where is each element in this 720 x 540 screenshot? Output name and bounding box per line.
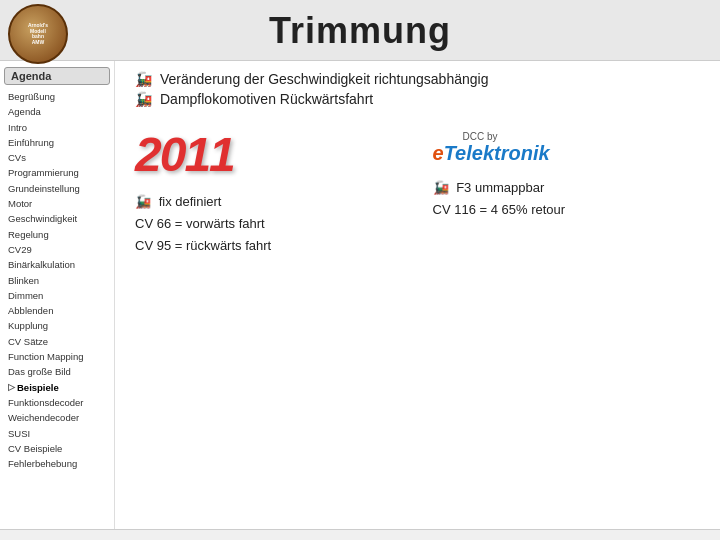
- sidebar-item-21[interactable]: Weichendecoder: [4, 410, 110, 425]
- sidebar-item-24[interactable]: Fehlerbehebung: [4, 456, 110, 471]
- sidebar-item-20[interactable]: Funktionsdecoder: [4, 395, 110, 410]
- content-area: Veränderung der Geschwindigkeit richtung…: [115, 61, 720, 529]
- logo-text: Arnold'sModellbahnAMW: [28, 23, 48, 45]
- sidebar-item-4[interactable]: CVs: [4, 150, 110, 165]
- sidebar-item-5[interactable]: Programmierung: [4, 165, 110, 180]
- brand-e: e: [433, 142, 444, 164]
- train-icon-1: [135, 71, 152, 87]
- sidebar-item-6[interactable]: Grundeinstellung: [4, 181, 110, 196]
- sidebar-item-label: Blinken: [8, 274, 39, 287]
- brand-label: eTelektronik: [433, 142, 550, 165]
- sidebar-item-11[interactable]: Binärkalkulation: [4, 257, 110, 272]
- right-line1: 🚂 F3 ummappbar: [433, 177, 566, 199]
- sidebar-item-15[interactable]: Kupplung: [4, 318, 110, 333]
- sidebar-item-label: Dimmen: [8, 289, 43, 302]
- left-line3: CV 95 = rückwärts fahrt: [135, 235, 271, 257]
- sidebar-item-2[interactable]: Intro: [4, 120, 110, 135]
- sidebar-item-22[interactable]: SUSI: [4, 426, 110, 441]
- sidebar-arrow-icon: ▷: [8, 381, 15, 394]
- sidebar-item-label: Funktionsdecoder: [8, 396, 84, 409]
- sidebar-item-7[interactable]: Motor: [4, 196, 110, 211]
- sidebar-item-3[interactable]: Einführung: [4, 135, 110, 150]
- right-card: DCC by eTelektronik 🚂 F3 ummappbar CV 11…: [433, 131, 701, 221]
- left-line2: CV 66 = vorwärts fahrt: [135, 213, 271, 235]
- sidebar-item-label: Binärkalkulation: [8, 258, 75, 271]
- brand-rest: Telektronik: [444, 142, 550, 164]
- sidebar-item-label: Programmierung: [8, 166, 79, 179]
- sidebar-item-18[interactable]: Das große Bild: [4, 364, 110, 379]
- left-line1: 🚂 fix definiert: [135, 191, 271, 213]
- sidebar-item-label: Motor: [8, 197, 32, 210]
- sidebar-item-label: CV Beispiele: [8, 442, 62, 455]
- right-line1-label: F3 ummappbar: [456, 180, 544, 195]
- main-area: Agenda BegrüßungAgendaIntroEinführungCVs…: [0, 61, 720, 529]
- sidebar-item-16[interactable]: CV Sätze: [4, 334, 110, 349]
- train-icon-2: [135, 91, 152, 107]
- sidebar-title: Agenda: [4, 67, 110, 85]
- sidebar-item-label: Grundeinstellung: [8, 182, 80, 195]
- sidebar-item-8[interactable]: Geschwindigkeit: [4, 211, 110, 226]
- sidebar-item-label: Regelung: [8, 228, 49, 241]
- dcc-logo: DCC by eTelektronik: [433, 131, 550, 165]
- sidebar-item-19[interactable]: ▷Beispiele: [4, 380, 110, 395]
- sidebar-item-label: Abblenden: [8, 304, 53, 317]
- sidebar-item-10[interactable]: CV29: [4, 242, 110, 257]
- sidebar-item-label: Einführung: [8, 136, 54, 149]
- sidebar-item-label: Das große Bild: [8, 365, 71, 378]
- sidebar-item-1[interactable]: Agenda: [4, 104, 110, 119]
- sidebar-item-23[interactable]: CV Beispiele: [4, 441, 110, 456]
- sidebar-item-12[interactable]: Blinken: [4, 273, 110, 288]
- subtitle-text-2: Dampflokomotiven Rückwärtsfahrt: [160, 91, 373, 107]
- sidebar-item-label: CVs: [8, 151, 26, 164]
- page-title: Trimmung: [0, 10, 720, 52]
- left-line1-label: fix definiert: [159, 194, 222, 209]
- sidebar-item-label: CV29: [8, 243, 32, 256]
- sidebar-item-0[interactable]: Begrüßung: [4, 89, 110, 104]
- dcc-by-label: DCC by: [463, 131, 498, 142]
- sidebar-item-label: Kupplung: [8, 319, 48, 332]
- cards-row: 2011 🚂 fix definiert CV 66 = vorwärts fa…: [135, 131, 700, 519]
- logo-circle: Arnold'sModellbahnAMW: [8, 4, 68, 64]
- sidebar-item-9[interactable]: Regelung: [4, 227, 110, 242]
- sidebar: Agenda BegrüßungAgendaIntroEinführungCVs…: [0, 61, 115, 529]
- sidebar-item-label: Function Mapping: [8, 350, 84, 363]
- left-card: 2011 🚂 fix definiert CV 66 = vorwärts fa…: [135, 131, 403, 257]
- subtitle-line-1: Veränderung der Geschwindigkeit richtung…: [135, 71, 700, 87]
- sidebar-items-container: BegrüßungAgendaIntroEinführungCVsProgram…: [4, 89, 110, 471]
- sidebar-item-17[interactable]: Function Mapping: [4, 349, 110, 364]
- sidebar-item-label: Intro: [8, 121, 27, 134]
- sidebar-item-label: Beispiele: [17, 381, 59, 394]
- sidebar-item-label: CV Sätze: [8, 335, 48, 348]
- sidebar-item-label: Agenda: [8, 105, 41, 118]
- train-icon-4: 🚂: [433, 180, 449, 195]
- subtitle-line-2: Dampflokomotiven Rückwärtsfahrt: [135, 91, 700, 107]
- left-card-text: 🚂 fix definiert CV 66 = vorwärts fahrt C…: [135, 191, 271, 257]
- subtitle-text-1: Veränderung der Geschwindigkeit richtung…: [160, 71, 488, 87]
- right-card-text: 🚂 F3 ummappbar CV 116 = 4 65% retour: [433, 177, 566, 221]
- sidebar-item-14[interactable]: Abblenden: [4, 303, 110, 318]
- sidebar-item-13[interactable]: Dimmen: [4, 288, 110, 303]
- sidebar-item-label: Geschwindigkeit: [8, 212, 77, 225]
- year-display: 2011: [135, 131, 234, 179]
- sidebar-item-label: SUSI: [8, 427, 30, 440]
- footer: http://AMW.huebsch.at Folie 33 von 42: [0, 529, 720, 540]
- right-line2: CV 116 = 4 65% retour: [433, 199, 566, 221]
- header: Trimmung: [0, 0, 720, 61]
- train-icon-3: 🚂: [135, 194, 151, 209]
- sidebar-item-label: Begrüßung: [8, 90, 55, 103]
- sidebar-item-label: Fehlerbehebung: [8, 457, 77, 470]
- sidebar-item-label: Weichendecoder: [8, 411, 79, 424]
